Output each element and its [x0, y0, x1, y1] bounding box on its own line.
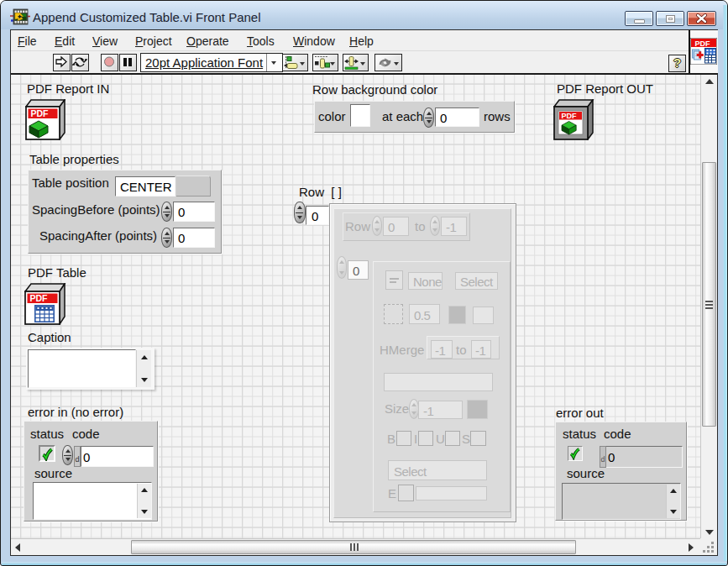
svg-text:PDF: PDF	[695, 39, 711, 48]
